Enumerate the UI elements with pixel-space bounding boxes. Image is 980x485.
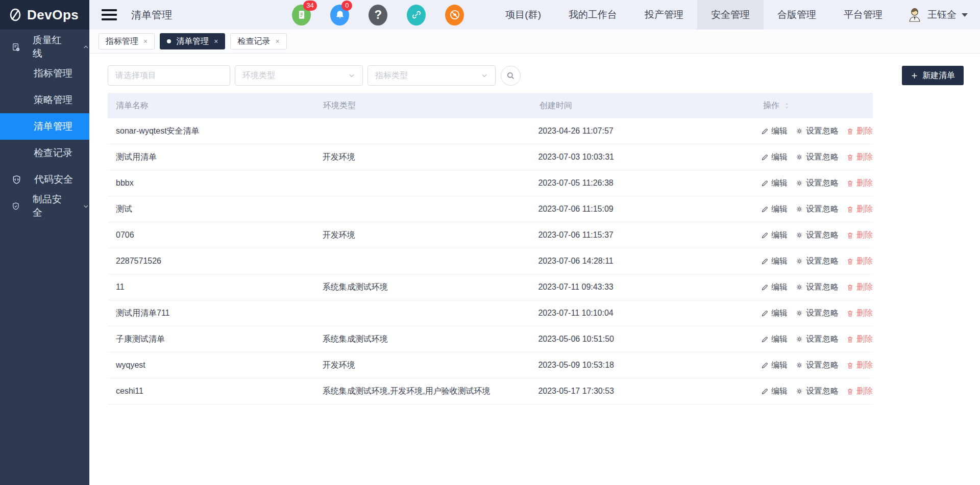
sort-arrows-icon[interactable] [782,101,791,110]
edit-button[interactable]: 编辑 [761,282,788,293]
delete-button[interactable]: 删除 [846,308,873,319]
gear-icon [795,205,803,213]
delete-button[interactable]: 删除 [846,204,873,215]
edit-button[interactable]: 编辑 [761,230,788,241]
set-ignore-button[interactable]: 设置忽略 [795,308,839,319]
delete-button[interactable]: 删除 [846,178,873,189]
sidebar-item-metric-mgmt[interactable]: 指标管理 [0,60,89,87]
set-ignore-button[interactable]: 设置忽略 [795,178,839,189]
edit-button[interactable]: 编辑 [761,204,788,215]
gear-icon [795,283,803,291]
delete-button[interactable]: 删除 [846,126,873,137]
help-icon[interactable]: ? [369,5,387,25]
edit-button[interactable]: 编辑 [761,386,788,397]
delete-button[interactable]: 删除 [846,360,873,371]
set-ignore-button[interactable]: 设置忽略 [795,334,839,345]
sidebar-item-check-records[interactable]: 检查记录 [0,140,89,166]
list-name-cell: 测试 [108,204,323,215]
delete-button[interactable]: 删除 [846,230,873,241]
column-header-actions[interactable]: 操作 [763,100,873,111]
sidebar-item-policy-mgmt[interactable]: 策略管理 [0,87,89,113]
tab-list-mgmt[interactable]: 清单管理 × [160,33,225,49]
filter-bar: 环境类型 指标类型 新建清单 [108,65,964,86]
notifications-bell-icon[interactable]: 0 [330,5,349,25]
sidebar-item-list-mgmt[interactable]: 清单管理 [0,113,89,140]
chevron-down-icon [83,202,89,210]
pencil-icon [761,258,769,265]
menu-toggle-icon[interactable] [102,9,117,20]
env-type-cell: 开发环境 [323,230,538,241]
created-time-cell: 2023-07-11 09:43:33 [538,283,761,292]
no-capture-icon[interactable] [445,5,464,25]
delete-button[interactable]: 删除 [846,256,873,267]
table-row: 测试用清单 开发环境 2023-07-03 10:03:31 编辑 设置忽略 删… [108,144,873,170]
set-ignore-button[interactable]: 设置忽略 [795,230,839,241]
shield-code-icon [11,174,22,185]
edit-button[interactable]: 编辑 [761,256,788,267]
edit-button[interactable]: 编辑 [761,152,788,163]
nav-item-version-mgmt[interactable]: 合版管理 [764,0,830,30]
delete-button[interactable]: 删除 [846,386,873,397]
trash-icon [846,232,854,239]
set-ignore-button[interactable]: 设置忽略 [795,126,839,137]
set-ignore-button[interactable]: 设置忽略 [795,204,839,215]
sidebar-item-quality-redline[interactable]: 质量红线 [0,34,89,60]
nav-item-production-mgmt[interactable]: 投产管理 [631,0,697,30]
nav-item-platform-mgmt[interactable]: 平台管理 [830,0,896,30]
metric-type-select[interactable]: 指标类型 [368,65,496,86]
gear-icon [795,335,803,343]
list-name-cell: 测试用清单711 [108,308,323,319]
sidebar-group-label: 代码安全 [34,173,73,186]
bell-icon [334,9,346,20]
table-row: bbbx 2023-07-05 11:26:38 编辑 设置忽略 删除 [108,170,873,196]
gear-icon [795,257,803,265]
logo[interactable]: DevOps [0,0,89,30]
tab-check-records[interactable]: 检查记录 × [230,33,286,49]
new-list-button[interactable]: 新建清单 [902,66,964,85]
edit-button[interactable]: 编辑 [761,360,788,371]
list-name-cell: 11 [108,283,323,292]
sidebar-group-label: 质量红线 [33,34,65,60]
sidebar-item-code-security[interactable]: 代码安全 [0,166,89,193]
set-ignore-button[interactable]: 设置忽略 [795,282,839,293]
link-icon[interactable] [407,5,426,25]
edit-button[interactable]: 编辑 [761,126,788,137]
delete-button[interactable]: 删除 [846,152,873,163]
env-type-cell: 系统集成测试环境 [323,282,538,293]
column-header-env: 环境类型 [323,100,540,111]
delete-button[interactable]: 删除 [846,282,873,293]
delete-button[interactable]: 删除 [846,334,873,345]
env-type-cell: 开发环境 [323,360,538,371]
project-select-input[interactable] [108,65,230,86]
edit-button[interactable]: 编辑 [761,178,788,189]
nav-item-workbench[interactable]: 我的工作台 [555,0,631,30]
user-menu[interactable]: 王钰全 [905,6,968,24]
set-ignore-button[interactable]: 设置忽略 [795,386,839,397]
pencil-icon [761,127,769,135]
pencil-icon [761,388,769,395]
env-type-select[interactable]: 环境类型 [235,65,363,86]
edit-button[interactable]: 编辑 [761,334,788,345]
select-placeholder: 环境类型 [242,70,275,81]
sidebar-item-artifact-security[interactable]: 制品安全 [0,193,89,219]
close-icon[interactable]: × [275,37,279,45]
gear-icon [795,127,803,135]
close-icon[interactable]: × [214,37,218,45]
nav-item-projects[interactable]: 项目(群) [492,0,555,30]
tab-metric-mgmt[interactable]: 指标管理 × [99,33,155,49]
table-row: 11 系统集成测试环境 2023-07-11 09:43:33 编辑 设置忽略 … [108,274,873,300]
gear-icon [795,179,803,187]
set-ignore-button[interactable]: 设置忽略 [795,256,839,267]
tasks-document-icon[interactable]: 34 [292,5,311,25]
created-time-cell: 2023-04-26 11:07:57 [538,126,761,136]
table-row: 测试 2023-07-06 11:15:09 编辑 设置忽略 删除 [108,196,873,222]
gear-icon [795,361,803,369]
active-dot-icon [167,39,171,43]
set-ignore-button[interactable]: 设置忽略 [795,152,839,163]
edit-button[interactable]: 编辑 [761,308,788,319]
search-button[interactable] [501,66,521,86]
close-icon[interactable]: × [143,37,148,45]
table-row: 0706 开发环境 2023-07-06 11:15:37 编辑 设置忽略 删除 [108,222,873,248]
nav-item-security-mgmt[interactable]: 安全管理 [697,0,764,30]
set-ignore-button[interactable]: 设置忽略 [795,360,839,371]
